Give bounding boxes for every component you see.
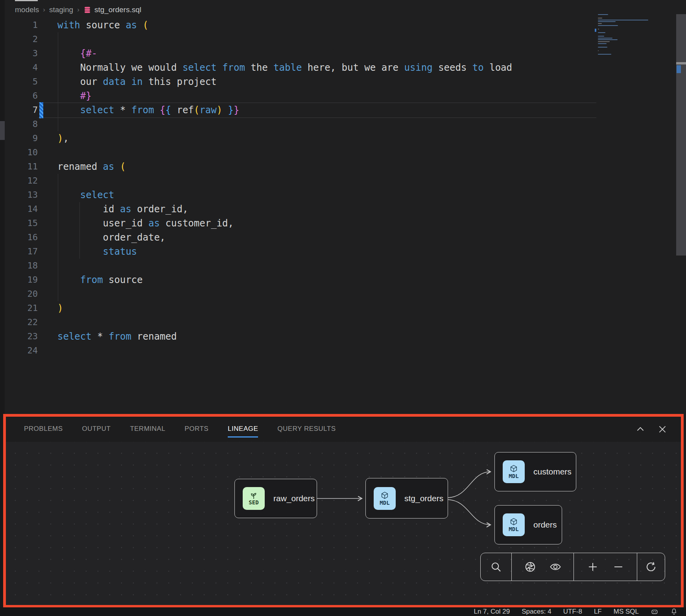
- plus-icon[interactable]: [586, 560, 599, 574]
- indent-guide: [58, 174, 58, 188]
- line-number: 11: [5, 160, 38, 174]
- minimap-line: [598, 47, 607, 48]
- indent-guide: [58, 117, 58, 131]
- minimap[interactable]: [598, 14, 669, 61]
- code-line-text: ): [57, 301, 63, 315]
- line-number: 23: [5, 329, 38, 344]
- code-line: 17 status: [5, 245, 686, 259]
- line-number: 14: [5, 202, 38, 216]
- status-indentation[interactable]: Spaces: 4: [522, 608, 551, 616]
- minus-icon[interactable]: [612, 560, 625, 574]
- breadcrumb-file[interactable]: stg_orders.sql: [83, 6, 141, 14]
- code-line: 3 {#-: [5, 46, 686, 61]
- line-number: 2: [5, 32, 38, 46]
- code-line-text: renamed as (: [57, 160, 125, 174]
- code-line: 9),: [5, 131, 686, 145]
- panel-tab-ports[interactable]: PORTS: [184, 421, 208, 438]
- aperture-icon[interactable]: [524, 560, 537, 574]
- panel-actions: [635, 417, 668, 442]
- code-line-text: {#-: [57, 46, 97, 61]
- code-line: 18: [5, 259, 686, 273]
- code-line-text: ),: [57, 131, 69, 145]
- lineage-node-raw-orders[interactable]: SED raw_orders: [234, 479, 317, 518]
- line-number: 15: [5, 216, 38, 230]
- code-line-text: select: [57, 188, 114, 202]
- code-line-text: select * from {{ ref(raw) }}: [57, 103, 239, 117]
- lineage-node-stg-orders[interactable]: MDL stg_orders: [365, 478, 448, 519]
- cube-icon: MDL: [503, 513, 525, 536]
- minimap-modified-marker: [595, 29, 596, 32]
- line-number: 20: [5, 287, 38, 301]
- left-rail-thumb[interactable]: [0, 121, 5, 140]
- status-language-mode[interactable]: MS SQL: [614, 608, 639, 616]
- code-line: 2: [5, 32, 686, 46]
- lineage-toolbar: [480, 553, 665, 581]
- refresh-icon[interactable]: [644, 560, 658, 574]
- panel-tab-bar: PROBLEMSOUTPUTTERMINALPORTSLINEAGEQUERY …: [6, 417, 681, 442]
- code-line-text: id as order_id,: [57, 202, 188, 216]
- line-number: 5: [5, 75, 38, 89]
- node-badge: MDL: [509, 526, 518, 532]
- panel-tab-terminal[interactable]: TERMINAL: [130, 421, 165, 438]
- status-encoding[interactable]: UTF-8: [563, 608, 582, 616]
- line-number: 22: [5, 315, 38, 329]
- code-line-text: user_id as customer_id,: [57, 216, 234, 230]
- line-number: 9: [5, 131, 38, 145]
- indent-guide: [58, 287, 58, 301]
- code-line: 13 select: [5, 188, 686, 202]
- minimap-line: [598, 50, 599, 51]
- line-number: 17: [5, 245, 38, 259]
- bottom-panel-annotated: PROBLEMSOUTPUTTERMINALPORTSLINEAGEQUERY …: [3, 414, 684, 608]
- lineage-node-orders[interactable]: MDL orders: [494, 505, 562, 544]
- code-line: 5 our data in this project: [5, 75, 686, 89]
- line-number: 10: [5, 145, 38, 160]
- code-line-text: Normally we would select from the table …: [57, 61, 512, 75]
- code-editor[interactable]: 1with source as (23 {#-4 Normally we wou…: [5, 18, 686, 364]
- lineage-node-customers[interactable]: MDL customers: [494, 452, 576, 491]
- code-line: 6 #}: [5, 89, 686, 103]
- code-line-text: select * from renamed: [57, 329, 177, 344]
- breadcrumb-item-models[interactable]: models: [15, 6, 39, 14]
- seedling-icon: SED: [243, 487, 265, 510]
- chevron-up-icon[interactable]: [635, 424, 645, 434]
- indent-guide: [58, 32, 58, 46]
- bell-icon[interactable]: [670, 608, 678, 616]
- code-line-text: from source: [57, 273, 143, 287]
- node-label: orders: [533, 520, 557, 530]
- vscode-window: models › staging › stg_orders.sql 1with …: [0, 0, 686, 616]
- close-icon[interactable]: [657, 424, 668, 434]
- database-icon: [83, 6, 91, 14]
- scrollbar[interactable]: [676, 14, 686, 256]
- minimap-line: [598, 25, 618, 26]
- code-line-text: #}: [57, 89, 92, 103]
- breadcrumb-item-staging[interactable]: staging: [49, 6, 73, 14]
- lineage-canvas[interactable]: SED raw_orders MDL stg_orders: [6, 442, 681, 605]
- code-line-text: status: [57, 245, 137, 259]
- panel-tab-output[interactable]: OUTPUT: [82, 421, 111, 438]
- status-cursor-position[interactable]: Ln 7, Col 29: [474, 608, 510, 616]
- node-badge: SED: [249, 500, 258, 506]
- code-line: 10: [5, 145, 686, 160]
- code-line: 14 id as order_id,: [5, 202, 686, 216]
- node-label: stg_orders: [404, 494, 443, 503]
- panel-tab-lineage[interactable]: LINEAGE: [228, 421, 258, 438]
- code-line: 8: [5, 117, 686, 131]
- panel-tab-problems[interactable]: PROBLEMS: [24, 421, 63, 438]
- code-line: 20: [5, 287, 686, 301]
- panel-tab-query-results[interactable]: QUERY RESULTS: [277, 421, 336, 438]
- line-number: 21: [5, 301, 38, 315]
- line-number: 24: [5, 344, 38, 358]
- node-label: customers: [533, 467, 572, 476]
- status-eol[interactable]: LF: [594, 608, 602, 616]
- copilot-icon[interactable]: [651, 608, 658, 616]
- toolbar-group-zoom: [574, 553, 637, 581]
- cube-icon: MDL: [503, 460, 525, 483]
- eye-icon[interactable]: [549, 560, 562, 574]
- code-line-text: with source as (: [57, 18, 148, 32]
- line-number: 3: [5, 46, 38, 61]
- node-badge: MDL: [380, 500, 389, 506]
- line-number: 16: [5, 230, 38, 245]
- search-icon[interactable]: [489, 560, 503, 574]
- code-line: 12: [5, 174, 686, 188]
- breadcrumb: models › staging › stg_orders.sql: [15, 3, 141, 17]
